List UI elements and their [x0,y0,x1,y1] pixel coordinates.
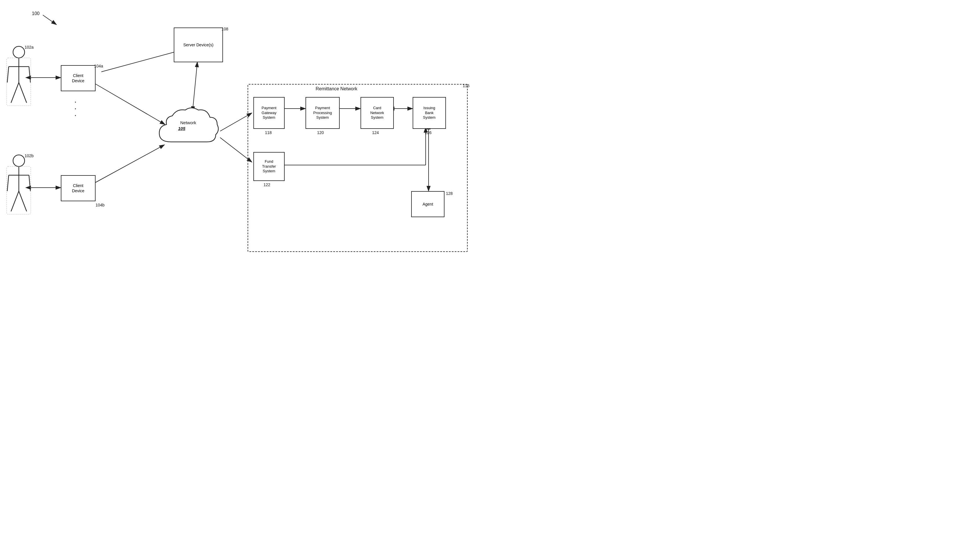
label-124: 124 [372,130,379,135]
person-a [6,45,32,112]
svg-point-17 [13,46,25,58]
agent-box: Agent [411,191,445,217]
label-128: 128 [446,191,453,196]
svg-line-2 [43,15,56,25]
svg-line-30 [11,191,19,211]
label-126: 126 [425,130,432,135]
svg-line-9 [220,138,252,162]
svg-line-8 [220,113,252,131]
svg-line-23 [19,82,26,103]
label-105: 105 [178,126,185,131]
svg-line-21 [29,67,30,82]
payment-processing-label: PaymentProcessingSystem [313,106,332,120]
svg-line-29 [29,175,30,191]
label-122: 122 [263,182,270,187]
label-108: 108 [222,26,228,31]
label-115: 115 [463,84,469,88]
issuing-bank-label: IssuingBankSystem [423,106,435,120]
card-network-box: CardNetworkSystem [360,97,394,129]
label-100: 100 [32,11,39,16]
network-cloud [153,104,223,151]
svg-line-22 [11,82,19,103]
client-device-b-label: ClientDevice [72,183,85,194]
payment-processing-box: PaymentProcessingSystem [306,97,340,129]
issuing-bank-box: IssuingBankSystem [412,97,446,129]
client-device-a-box: ClientDevice [61,65,95,91]
payment-gateway-label: PaymentGatewaySystem [261,106,276,120]
remittance-network-label: Remittance Network [315,86,357,92]
diagram-container: 100 102a 102b ClientDevice 10 [0,0,483,280]
label-104a: 104a [94,64,103,68]
svg-line-16 [101,51,179,72]
payment-gateway-box: PaymentGatewaySystem [253,97,285,129]
label-120: 120 [317,130,324,135]
label-104b: 104b [95,203,105,207]
svg-line-31 [19,191,26,211]
label-102b: 102b [25,153,34,158]
server-devices-label: Server Device(s) [183,42,214,48]
network-label: Network [174,120,203,125]
label-118: 118 [265,130,272,135]
person-b [6,153,32,220]
agent-label: Agent [422,202,433,207]
svg-line-28 [7,175,9,191]
label-102a: 102a [25,45,34,49]
fund-transfer-box: FundTransferSystem [253,152,285,181]
fund-transfer-label: FundTransferSystem [262,159,276,174]
client-device-a-label: ClientDevice [72,73,85,84]
client-device-b-box: ClientDevice [61,175,95,201]
card-network-label: CardNetworkSystem [370,106,384,120]
ellipsis-dots: . . . [74,101,80,118]
svg-line-20 [7,67,9,82]
server-devices-box: Server Device(s) [174,28,223,62]
svg-point-25 [13,155,25,166]
